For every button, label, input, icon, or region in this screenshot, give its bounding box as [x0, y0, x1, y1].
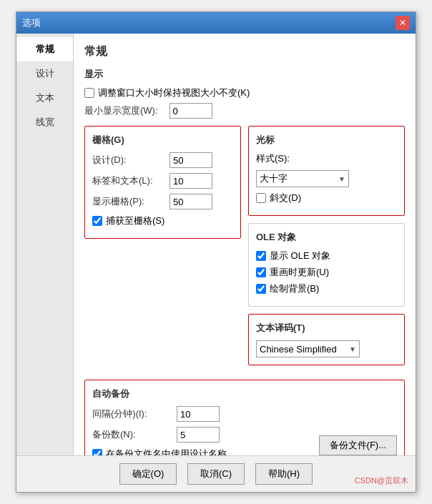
design-label: 设计(D):	[92, 154, 164, 167]
encoding-dropdown[interactable]: Chinese Simplified ▼	[256, 340, 360, 357]
redraw-row: 重画时更新(U)	[256, 266, 397, 279]
redraw-checkbox[interactable]	[256, 267, 266, 277]
diagonal-label: 斜交(D)	[270, 192, 301, 204]
diagonal-checkbox[interactable]	[256, 193, 266, 203]
resize-label: 调整窗口大小时保持视图大小不变(K)	[98, 87, 250, 99]
display-checkbox-row: 调整窗口大小时保持视图大小不变(K)	[84, 87, 405, 99]
watermark: CSDN@贡双木	[355, 475, 408, 486]
min-width-row: 最小显示宽度(W):	[84, 103, 405, 119]
ole-label: OLE 对象	[256, 231, 397, 244]
use-design-name-checkbox[interactable]	[92, 449, 102, 455]
cursor-style-dropdown[interactable]: 大十字 ▼	[256, 170, 349, 187]
encoding-arrow: ▼	[349, 345, 356, 353]
page-title: 常规	[84, 44, 405, 59]
backup-left: 间隔(分钟)(I): 备份数(N): 在备份文件名中使用设计名称	[92, 406, 319, 455]
interval-label: 间隔(分钟)(I):	[92, 407, 171, 420]
draw-bg-label: 绘制背景(B)	[270, 282, 319, 295]
tag-text-label: 标签和文本(L):	[92, 174, 164, 187]
main-content: 常规 显示 调整窗口大小时保持视图大小不变(K) 最小显示宽度(W):	[74, 34, 416, 455]
text-encoding-section: 文本译码(T) Chinese Simplified ▼	[248, 314, 405, 365]
ole-section: OLE 对象 显示 OLE 对象 重画时更新(U) 绘制背景(B)	[248, 223, 405, 307]
col-right: 光标 样式(S): 大十字 ▼ 斜交(D)	[248, 126, 405, 372]
interval-input[interactable]	[177, 406, 220, 422]
count-label: 备份数(N):	[92, 428, 171, 441]
sidebar-item-normal[interactable]: 常规	[16, 37, 73, 61]
count-input[interactable]	[177, 427, 220, 443]
interval-row: 间隔(分钟)(I):	[92, 406, 319, 422]
tag-text-input[interactable]	[170, 173, 212, 189]
show-grid-input[interactable]	[170, 194, 212, 209]
use-design-name-label: 在备份文件名中使用设计名称	[106, 448, 227, 455]
display-section: 显示 调整窗口大小时保持视图大小不变(K) 最小显示宽度(W):	[84, 68, 405, 119]
min-width-label: 最小显示宽度(W):	[84, 104, 158, 117]
encoding-value: Chinese Simplified	[260, 344, 346, 355]
draw-bg-row: 绘制背景(B)	[256, 282, 397, 295]
help-button[interactable]: 帮助(H)	[255, 463, 313, 485]
sidebar-item-design[interactable]: 设计	[16, 61, 73, 86]
dialog-body: 常规 设计 文本 线宽 常规 显示 调整窗口大小时保持视图大小不变(K) 最小显…	[16, 34, 416, 455]
ok-button[interactable]: 确定(O)	[119, 463, 177, 485]
show-ole-row: 显示 OLE 对象	[256, 249, 397, 262]
snap-checkbox[interactable]	[92, 216, 102, 226]
display-label: 显示	[84, 68, 405, 81]
col-left: 栅格(G) 设计(D): 标签和文本(L): 显示栅格(P):	[84, 126, 241, 372]
design-row: 设计(D):	[92, 152, 233, 168]
sidebar-item-linewidth[interactable]: 线宽	[16, 110, 73, 134]
two-col-layout: 栅格(G) 设计(D): 标签和文本(L): 显示栅格(P):	[84, 126, 405, 372]
backup-file-button[interactable]: 备份文件(F)...	[319, 435, 397, 455]
show-grid-row: 显示栅格(P):	[92, 194, 233, 209]
snap-row: 捕获至栅格(S)	[92, 214, 233, 227]
cursor-style-value: 大十字	[260, 172, 335, 185]
dialog-title: 选项	[22, 16, 41, 29]
backup-main-row: 间隔(分钟)(I): 备份数(N): 在备份文件名中使用设计名称	[92, 406, 397, 455]
cursor-style-row: 样式(S):	[256, 152, 397, 165]
redraw-label: 重画时更新(U)	[270, 266, 329, 279]
cursor-dropdown-wrap: 大十字 ▼	[256, 170, 397, 187]
backup-section: 自动备份 间隔(分钟)(I): 备份数(N): 在备份文	[84, 380, 405, 455]
use-design-name-row: 在备份文件名中使用设计名称	[92, 448, 319, 455]
draw-bg-checkbox[interactable]	[256, 284, 266, 294]
design-input[interactable]	[170, 152, 212, 168]
close-button[interactable]: ✕	[396, 16, 410, 30]
backup-label: 自动备份	[92, 387, 397, 400]
backup-right: 备份文件(F)...	[319, 432, 397, 455]
grid-label: 栅格(G)	[92, 134, 233, 147]
sidebar-item-text[interactable]: 文本	[16, 86, 73, 110]
show-grid-label: 显示栅格(P):	[92, 195, 164, 208]
show-ole-label: 显示 OLE 对象	[270, 249, 330, 262]
cursor-label: 光标	[256, 134, 397, 147]
text-encoding-label: 文本译码(T)	[256, 322, 397, 335]
cursor-section: 光标 样式(S): 大十字 ▼ 斜交(D)	[248, 126, 405, 216]
diagonal-row: 斜交(D)	[256, 192, 397, 204]
resize-checkbox[interactable]	[84, 88, 94, 98]
title-bar: 选项 ✕	[16, 12, 416, 34]
cursor-style-arrow: ▼	[338, 175, 345, 183]
tag-text-row: 标签和文本(L):	[92, 173, 233, 189]
dialog-footer: 确定(O) 取消(C) 帮助(H) CSDN@贡双木	[16, 455, 416, 492]
sidebar: 常规 设计 文本 线宽	[16, 34, 74, 455]
grid-section: 栅格(G) 设计(D): 标签和文本(L): 显示栅格(P):	[84, 126, 241, 239]
count-row: 备份数(N):	[92, 427, 319, 443]
min-width-input[interactable]	[170, 103, 212, 119]
show-ole-checkbox[interactable]	[256, 251, 266, 261]
dialog: 选项 ✕ 常规 设计 文本 线宽 常规 显示 调整窗口大小时保持视图大小不变(K…	[16, 11, 416, 493]
snap-label: 捕获至栅格(S)	[106, 214, 165, 227]
cancel-button[interactable]: 取消(C)	[187, 463, 245, 485]
cursor-style-label: 样式(S):	[256, 152, 290, 165]
